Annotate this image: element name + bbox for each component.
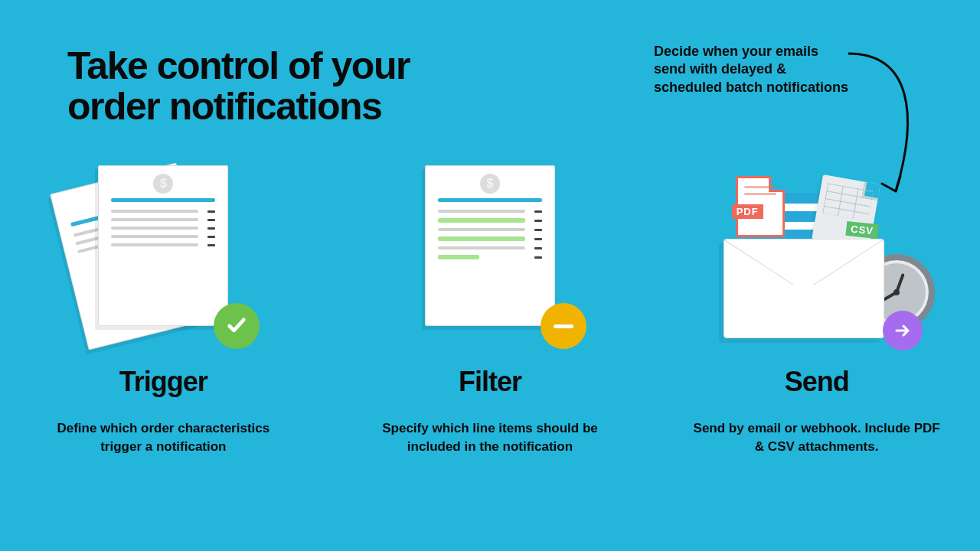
trigger-illustration (48, 161, 278, 352)
minus-badge-icon (541, 303, 586, 349)
pdf-label: PDF (732, 204, 763, 219)
checkmark-badge-icon (214, 303, 260, 349)
column-title-trigger: Trigger (119, 366, 207, 398)
column-title-filter: Filter (459, 366, 521, 398)
csv-label: CSV (845, 221, 878, 239)
column-desc-trigger: Define which order characteristics trigg… (37, 419, 289, 456)
document-sheet-front-icon (98, 165, 228, 326)
column-trigger: Trigger Define which order characteristi… (18, 161, 309, 456)
send-illustration: PDF CSV (702, 161, 932, 352)
column-desc-send: Send by email or webhook. Include PDF & … (691, 419, 943, 456)
column-desc-filter: Specify which line items should be inclu… (364, 419, 616, 456)
column-title-send: Send (785, 366, 849, 398)
callout-text: Decide when your emails send with delaye… (654, 43, 853, 96)
filter-illustration (375, 161, 605, 352)
arrow-right-badge-icon (883, 311, 923, 350)
envelope-icon (724, 239, 884, 338)
headline: Take control of yourorder notifications (67, 46, 410, 126)
document-sheet-icon (425, 165, 555, 326)
column-filter: Filter Specify which line items should b… (345, 161, 635, 456)
column-send: PDF CSV Send Send by email or webhook. I… (671, 161, 962, 456)
pdf-file-icon: PDF (736, 176, 785, 237)
columns-row: Trigger Define which order characteristi… (0, 161, 980, 490)
